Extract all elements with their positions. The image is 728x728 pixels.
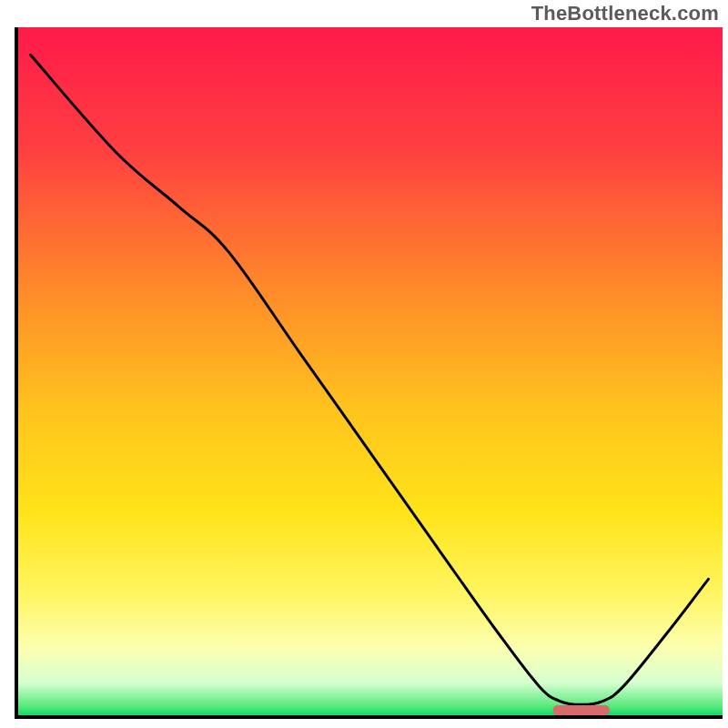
optimum-marker xyxy=(553,705,610,715)
gradient-background xyxy=(16,27,723,717)
bottleneck-chart-svg xyxy=(0,0,728,728)
chart-stage: TheBottleneck.com xyxy=(0,0,728,728)
